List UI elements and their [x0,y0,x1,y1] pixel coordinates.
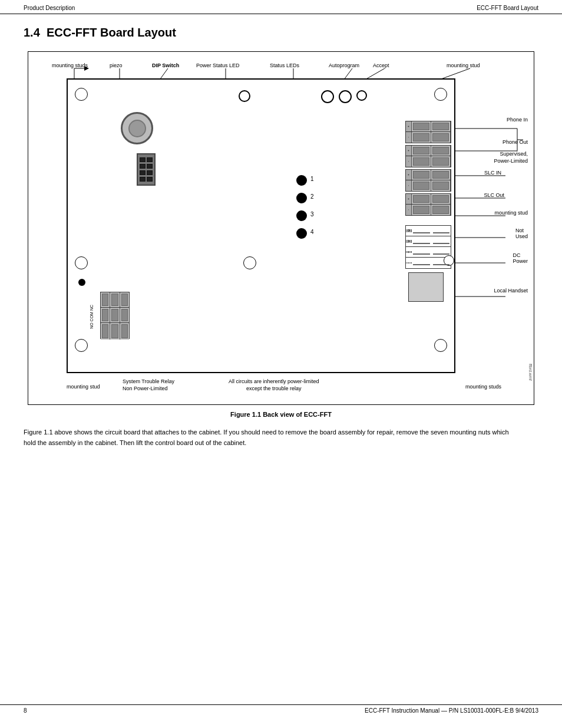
label-autoprogram: Autoprogram [329,62,359,68]
autoprogram-btn [356,90,367,101]
led-label-4: 4 [310,229,314,235]
relay-block [100,292,130,339]
page-footer: 8 ECC-FFT Instruction Manual — P/N LS100… [0,704,562,716]
label-phone-in: Phone In [507,117,528,123]
mounting-stud-bl-circle [75,339,88,352]
status-led-right [339,90,352,103]
dip-switch-component [137,153,156,186]
footer-center: ECC-FFT Instruction Manual — P/N LS10031… [365,707,538,714]
no-com-nc-label: NO COM NC [85,295,97,339]
section-title: 1.4 ECC-FFT Board Layout [24,26,538,39]
label-supervised: Supervised, [500,151,528,157]
label-mounting-studs-tl: mounting studs [52,62,88,68]
label-all-circuits: All circuits are inherently power-limite… [229,378,319,393]
phone-terminal-group: + - + [405,121,451,302]
piezo-inner [128,120,146,137]
led-dot-2 [296,193,307,203]
filled-dot-ml [78,279,85,286]
figure-caption: Figure 1.1 Back view of ECC-FFT [24,411,538,418]
label-phone-out: Phone Out [503,139,528,145]
label-piezo: piezo [110,62,123,68]
label-power-limited: Power-Limited [494,158,528,164]
page-header: Product Description ECC-FFT Board Layout [0,0,562,14]
label-system-trouble: System Trouble Relay Non Power-Limited [123,378,174,393]
header-left: Product Description [24,5,75,11]
main-board: 1 2 3 4 + - [67,78,455,373]
led-label-3: 3 [310,211,314,218]
piezo [121,112,153,144]
label-mounting-stud-bl: mounting stud [67,384,100,390]
status-led-left [321,90,334,103]
mounting-stud-ml-circle [75,256,88,269]
label-slc-in: SLC IN [484,170,501,176]
led-label-2: 2 [310,193,314,200]
label-local-handset: Local Handset [494,288,528,294]
label-status-leds: Status LEDs [270,62,299,68]
led-dot-3 [296,210,307,221]
label-dc-power: DC Power [513,252,528,264]
led-dot-4 [296,228,307,239]
led-dot-1 [296,175,307,186]
mounting-stud-tr-circle [434,88,447,101]
label-mounting-studs-br: mounting studs [465,384,501,390]
power-status-led [239,90,250,102]
label-mounting-stud-right: mounting stud [494,210,528,216]
label-mounting-stud-tr: mounting stud [447,62,480,68]
handset-component [408,272,444,302]
label-not-used: Not Used [515,228,528,239]
body-text: Figure 1.1 above shows the circuit board… [24,427,518,448]
footer-page: 8 [24,707,27,714]
label-power-status-led: Power Status LED [196,62,240,68]
header-right: ECC-FFT Board Layout [477,5,538,11]
label-dip-switch: DIP Switch [152,62,179,68]
wmf-label: ffbrd.wmf [528,364,533,381]
led-label-1: 1 [310,176,314,182]
mounting-stud-tl-circle [75,88,88,101]
diagram-container: mounting studs piezo DIP Switch Power St… [28,51,534,405]
label-slc-out: SLC Out [484,192,504,198]
mounting-stud-br-circle [434,339,447,352]
mounting-stud-mc-circle [243,256,256,269]
label-accept: Accept [373,62,389,68]
